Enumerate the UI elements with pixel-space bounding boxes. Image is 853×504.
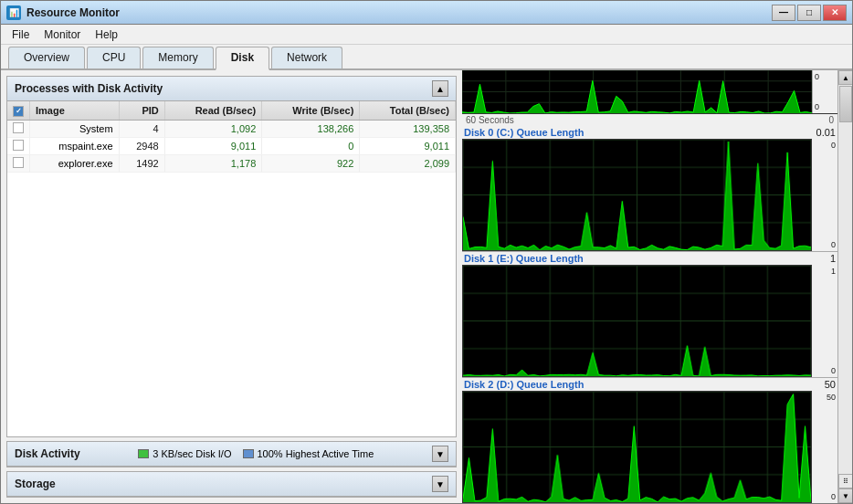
disk1-canvas xyxy=(462,265,812,377)
row-read: 1,178 xyxy=(164,154,262,172)
right-scrollbar: ▲ ⠿ ▼ xyxy=(837,70,852,503)
scroll-grip[interactable]: ⠿ xyxy=(838,474,852,488)
col-write: Write (B/sec) xyxy=(262,101,360,120)
tab-network[interactable]: Network xyxy=(271,47,342,68)
tab-disk[interactable]: Disk xyxy=(216,47,269,70)
menu-monitor[interactable]: Monitor xyxy=(37,26,88,43)
blue-stat-label: 100% Highest Active Time xyxy=(258,448,374,459)
stat-blue: 100% Highest Active Time xyxy=(243,448,374,459)
disk1-scale-bot: 0 xyxy=(814,366,836,375)
row-image: System xyxy=(30,120,120,137)
row-checkbox-cell xyxy=(7,154,30,172)
row-total: 139,358 xyxy=(360,120,456,137)
close-button[interactable]: ✕ xyxy=(823,5,847,21)
row-read: 1,092 xyxy=(164,120,262,137)
mini-graph-canvas xyxy=(462,70,812,113)
row-write: 138,266 xyxy=(262,120,360,137)
row-checkbox[interactable] xyxy=(13,140,24,151)
disk2-label-row: Disk 2 (D:) Queue Length 50 xyxy=(462,378,837,391)
green-indicator xyxy=(138,449,149,458)
window-controls: — □ ✕ xyxy=(772,5,847,21)
mini-bot-val: 0 xyxy=(815,102,836,111)
top-mini-graph-section: 0 0 xyxy=(462,70,837,114)
header-checkbox[interactable] xyxy=(13,106,24,117)
blue-indicator xyxy=(243,449,254,458)
scroll-up-btn[interactable]: ▲ xyxy=(838,70,852,85)
storage-panel: Storage ▼ xyxy=(6,471,457,498)
row-write: 922 xyxy=(262,154,360,172)
scroll-track[interactable] xyxy=(838,85,852,474)
graphs-area: 0 0 60 Seconds 0 Disk 0 (C:) Queue Lengt… xyxy=(462,70,852,503)
main-window: 📊 Resource Monitor — □ ✕ File Monitor He… xyxy=(0,0,853,504)
disk0-graph-section: Disk 0 (C:) Queue Length 0.01 0 0 xyxy=(462,126,837,252)
time-label-row: 60 Seconds 0 xyxy=(462,114,837,126)
row-pid: 2948 xyxy=(119,137,164,154)
table-row: System 4 1,092 138,266 139,358 xyxy=(7,120,456,137)
row-total: 2,099 xyxy=(360,154,456,172)
processes-header[interactable]: Processes with Disk Activity ▲ xyxy=(7,77,456,101)
processes-collapse-btn[interactable]: ▲ xyxy=(432,80,448,97)
row-pid: 4 xyxy=(119,120,164,137)
mini-graph-scale: 0 0 xyxy=(812,70,837,113)
tab-memory[interactable]: Memory xyxy=(142,47,213,68)
col-image: Image xyxy=(30,101,120,120)
disk-activity-header[interactable]: Disk Activity 3 KB/sec Disk I/O 100% Hig… xyxy=(7,442,456,467)
processes-table: Image PID Read (B/sec) Write (B/sec) Tot… xyxy=(7,101,456,173)
row-checkbox[interactable] xyxy=(13,157,24,168)
tab-bar: Overview CPU Memory Disk Network xyxy=(1,45,852,70)
green-stat-label: 3 KB/sec Disk I/O xyxy=(153,448,231,459)
storage-header[interactable]: Storage ▼ xyxy=(7,472,456,497)
disk0-graph-with-scale: 0 0 xyxy=(462,139,837,251)
disk2-scale-top: 50 xyxy=(814,393,836,402)
row-write: 0 xyxy=(262,137,360,154)
scroll-down-btn[interactable]: ▼ xyxy=(838,488,852,503)
disk-activity-collapse-btn[interactable]: ▼ xyxy=(432,446,448,462)
time-label: 60 Seconds xyxy=(466,115,514,125)
time-val: 0 xyxy=(828,115,834,125)
minimize-button[interactable]: — xyxy=(772,5,795,21)
disk0-label: Disk 0 (C:) Queue Length xyxy=(464,127,584,138)
menu-help[interactable]: Help xyxy=(88,26,125,43)
disk0-canvas xyxy=(462,139,812,251)
disk1-label: Disk 1 (E:) Queue Length xyxy=(464,253,584,264)
tab-overview[interactable]: Overview xyxy=(8,47,85,68)
processes-panel: Processes with Disk Activity ▲ Image PID xyxy=(6,76,457,437)
stat-green: 3 KB/sec Disk I/O xyxy=(138,448,231,459)
disk2-scale: 50 0 xyxy=(812,391,837,503)
col-total: Total (B/sec) xyxy=(360,101,456,120)
row-checkbox[interactable] xyxy=(13,122,24,133)
row-image: explorer.exe xyxy=(30,154,120,172)
scroll-thumb[interactable] xyxy=(839,86,852,122)
disk2-label: Disk 2 (D:) Queue Length xyxy=(464,379,584,390)
row-total: 9,011 xyxy=(360,137,456,154)
disk2-value: 50 xyxy=(825,379,836,390)
storage-title: Storage xyxy=(15,478,56,490)
disk2-scale-bot: 0 xyxy=(814,492,836,501)
disk1-label-row: Disk 1 (E:) Queue Length 1 xyxy=(462,252,837,265)
tab-cpu[interactable]: CPU xyxy=(87,47,141,68)
table-row: mspaint.exe 2948 9,011 0 9,011 xyxy=(7,137,456,154)
disk2-canvas xyxy=(462,391,812,503)
col-read: Read (B/sec) xyxy=(164,101,262,120)
disk1-graph-section: Disk 1 (E:) Queue Length 1 1 0 xyxy=(462,252,837,378)
left-panel: Processes with Disk Activity ▲ Image PID xyxy=(1,70,462,503)
row-image: mspaint.exe xyxy=(30,137,120,154)
main-content: Processes with Disk Activity ▲ Image PID xyxy=(1,70,852,503)
maximize-button[interactable]: □ xyxy=(797,5,821,21)
disk1-scale-top: 1 xyxy=(814,267,836,276)
row-checkbox-cell xyxy=(7,120,30,137)
menu-file[interactable]: File xyxy=(5,26,37,43)
col-pid: PID xyxy=(119,101,164,120)
disk0-scale-bot: 0 xyxy=(814,240,836,249)
table-row: explorer.exe 1492 1,178 922 2,099 xyxy=(7,154,456,172)
mini-top-val: 0 xyxy=(815,72,836,81)
app-icon: 📊 xyxy=(6,5,21,20)
disk2-graph-section: Disk 2 (D:) Queue Length 50 50 0 xyxy=(462,378,837,503)
window-title: Resource Monitor xyxy=(26,6,772,19)
disk0-scale: 0 0 xyxy=(812,139,837,251)
row-read: 9,011 xyxy=(164,137,262,154)
col-check xyxy=(7,101,30,120)
storage-collapse-btn[interactable]: ▼ xyxy=(432,476,448,492)
disk1-scale: 1 0 xyxy=(812,265,837,377)
disk0-value: 0.01 xyxy=(816,127,836,138)
